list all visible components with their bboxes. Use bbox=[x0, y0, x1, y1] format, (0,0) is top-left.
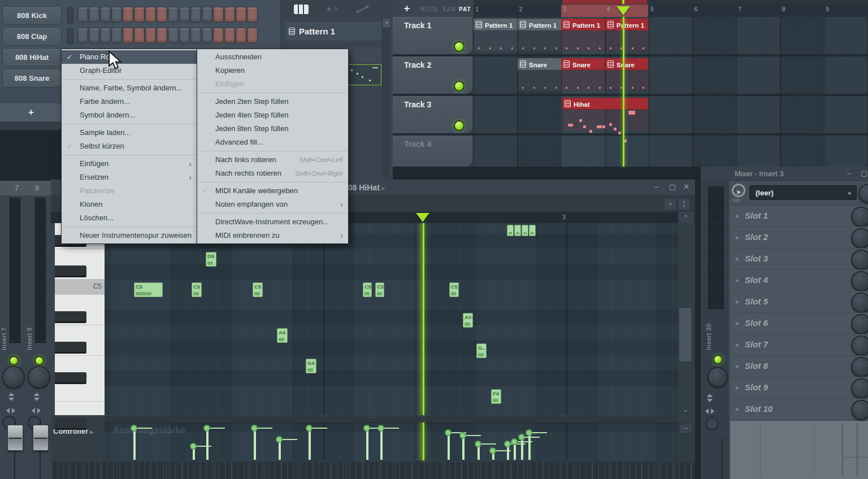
add-channel-button[interactable]: + bbox=[0, 103, 62, 121]
step-cell[interactable] bbox=[236, 7, 246, 23]
channel-mute-led[interactable] bbox=[67, 7, 73, 24]
insert30-pan-knob[interactable] bbox=[708, 367, 728, 387]
velocity-stem-head[interactable] bbox=[203, 425, 210, 432]
velocity-stem-head[interactable] bbox=[377, 425, 384, 432]
clip-label[interactable]: Snare bbox=[518, 58, 561, 70]
strip-fader-cap[interactable] bbox=[33, 425, 49, 451]
mixer-slot-row[interactable]: ▶Slot 3 bbox=[730, 248, 868, 269]
step-cell[interactable] bbox=[157, 28, 167, 43]
step-cell[interactable] bbox=[134, 7, 145, 23]
slot-knob[interactable] bbox=[851, 271, 868, 291]
step-cell[interactable] bbox=[213, 7, 224, 23]
clip-label[interactable]: Snare bbox=[561, 58, 605, 70]
step-cell[interactable] bbox=[190, 7, 201, 23]
piano-note[interactable]: F4 bbox=[491, 389, 501, 404]
insert30-led[interactable] bbox=[713, 355, 723, 364]
velocity-stem[interactable] bbox=[521, 437, 523, 460]
step-cell[interactable] bbox=[236, 28, 246, 43]
clip-label[interactable]: Hihat bbox=[562, 98, 648, 110]
pr-bottom-strip[interactable] bbox=[51, 462, 695, 479]
slot-knob[interactable] bbox=[851, 293, 868, 313]
context-menu-item[interactable]: Klonen bbox=[62, 198, 197, 211]
velocity-stem-head[interactable] bbox=[518, 434, 525, 441]
tab-note[interactable]: NOTE bbox=[420, 6, 439, 12]
clip-label[interactable]: Snare bbox=[605, 58, 648, 70]
submenu-item[interactable]: Noten empfangen von› bbox=[197, 198, 348, 211]
step-cell[interactable] bbox=[134, 28, 145, 43]
mixer-minimize-button[interactable]: ‒ bbox=[847, 169, 851, 177]
piano-note-small[interactable] bbox=[529, 225, 536, 236]
strip-updown-arrows[interactable] bbox=[8, 393, 14, 401]
strip-updown-arrows[interactable] bbox=[34, 393, 40, 401]
lane-minus-button[interactable]: ‒ bbox=[679, 424, 693, 434]
context-menu-item[interactable]: Löschen... bbox=[62, 211, 197, 225]
step-cell[interactable] bbox=[168, 7, 179, 23]
context-menu-item[interactable]: Farbe ändern... bbox=[62, 95, 197, 108]
pr-toolbar-button-detach[interactable]: ¦ bbox=[678, 198, 691, 211]
strip-pan-knob[interactable] bbox=[2, 366, 25, 389]
pr-vscroll-thumb[interactable] bbox=[679, 308, 691, 362]
mixer-maximize-button[interactable]: ▢ bbox=[861, 169, 867, 177]
pr-scroll-up[interactable]: ⌃ bbox=[678, 212, 693, 223]
submenu-item[interactable]: Jeden 8ten Step füllen bbox=[197, 122, 348, 136]
step-cell[interactable] bbox=[202, 28, 212, 43]
pr-toolbar-button-next[interactable]: › bbox=[664, 198, 677, 211]
velocity-stem[interactable] bbox=[254, 428, 256, 460]
submenu-item[interactable]: Jeden 4ten Step füllen bbox=[197, 108, 348, 122]
context-menu-item[interactable]: Symbol ändern... bbox=[62, 108, 197, 122]
velocity-stem[interactable] bbox=[462, 436, 465, 460]
piano-note[interactable]: A4 bbox=[277, 328, 288, 343]
slot-knob[interactable] bbox=[851, 400, 868, 420]
insert30-updown-arrows[interactable] bbox=[707, 394, 713, 402]
step-cell[interactable] bbox=[89, 28, 99, 43]
slot-knob[interactable] bbox=[851, 378, 868, 399]
velocity-stem-head[interactable] bbox=[363, 425, 370, 432]
piano-note[interactable]: C5 bbox=[363, 282, 372, 297]
step-cell[interactable] bbox=[224, 7, 235, 23]
velocity-stem[interactable] bbox=[448, 433, 450, 460]
submenu-item[interactable]: Einfügen bbox=[197, 77, 348, 91]
context-menu-item[interactable]: ✓Selbst kürzen bbox=[62, 140, 197, 153]
step-cell[interactable] bbox=[179, 7, 190, 23]
strip-label[interactable]: Insert 7 bbox=[1, 310, 7, 350]
piano-note[interactable]: G.. bbox=[476, 343, 487, 358]
piano-note[interactable]: C5 bbox=[375, 282, 384, 297]
step-cell[interactable] bbox=[168, 28, 179, 43]
context-menu-item[interactable]: Neuer Instrumentenspur zuweisen bbox=[62, 229, 197, 242]
step-cell[interactable] bbox=[145, 7, 156, 23]
mixer-slot-row[interactable]: ▶Slot 8 bbox=[730, 355, 868, 377]
velocity-stem-head[interactable] bbox=[251, 425, 258, 432]
track-header[interactable]: Track 4 bbox=[393, 136, 472, 167]
velocity-stem-head[interactable] bbox=[276, 436, 283, 443]
clip-label[interactable]: Pattern 1 bbox=[474, 19, 517, 31]
step-cell[interactable] bbox=[89, 7, 99, 23]
piano-note[interactable]: A#4 bbox=[463, 313, 473, 328]
tab-pat[interactable]: PAT bbox=[459, 6, 471, 12]
step-cell[interactable] bbox=[77, 7, 88, 23]
close-button[interactable]: ✕ bbox=[683, 183, 689, 190]
context-menu-item[interactable]: Sample laden... bbox=[62, 126, 197, 140]
velocity-stem[interactable] bbox=[380, 428, 383, 460]
velocity-stem-head[interactable] bbox=[445, 429, 452, 436]
submenu-item[interactable]: MIDI einbrennen zu› bbox=[197, 229, 348, 242]
mixer-slot-row[interactable]: ▶Slot 2 bbox=[730, 227, 868, 248]
step-cell[interactable] bbox=[100, 28, 111, 43]
eq-icon[interactable]: ➤ bbox=[732, 184, 745, 197]
piano-note-small[interactable] bbox=[514, 225, 521, 236]
piano-note[interactable]: C5 bbox=[449, 282, 459, 297]
velocity-stem[interactable] bbox=[309, 428, 311, 460]
piano-note-small[interactable] bbox=[507, 225, 514, 236]
strip-leftright-arrows[interactable] bbox=[32, 406, 41, 416]
insert30-label[interactable]: Insert 30 bbox=[705, 310, 712, 350]
strip-led[interactable] bbox=[34, 356, 44, 365]
link-icon[interactable] bbox=[356, 5, 370, 14]
insert30-leftright-arrows[interactable] bbox=[705, 406, 714, 416]
channel-button[interactable]: 808 Snare bbox=[2, 69, 62, 88]
mixer-slot-row[interactable]: ▶Slot 7 bbox=[730, 334, 868, 355]
piano-note-small[interactable] bbox=[522, 225, 528, 236]
clip-body[interactable] bbox=[562, 109, 649, 130]
mixer-titlebar[interactable] bbox=[701, 167, 868, 181]
piano-note[interactable]: G4 bbox=[306, 359, 316, 373]
step-cell[interactable] bbox=[77, 28, 88, 43]
pattern-thumb-selected[interactable] bbox=[346, 64, 381, 85]
